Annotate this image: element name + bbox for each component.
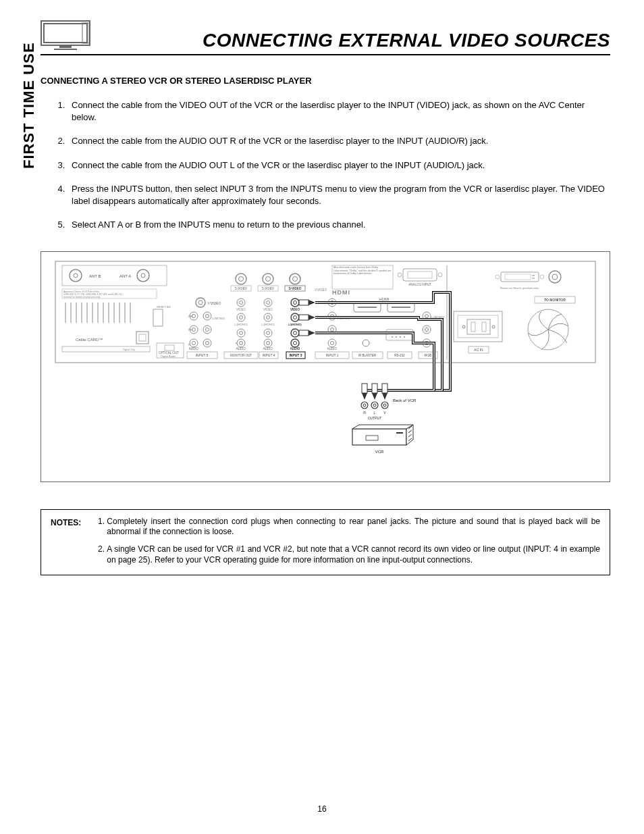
svg-point-62	[266, 276, 271, 281]
svg-point-37	[198, 301, 203, 305]
svg-point-10	[141, 273, 145, 278]
svg-text:S-VIDEO: S-VIDEO	[262, 287, 275, 290]
svg-text:AUDIO: AUDIO	[263, 347, 273, 350]
svg-rect-149	[501, 272, 539, 282]
label-vcr-r: R	[363, 411, 366, 415]
connection-diagram: ANT B ANT A Apparatus Claims of US Paten…	[41, 251, 610, 482]
label-input5: INPUT 5	[195, 353, 208, 357]
svg-point-82	[264, 298, 272, 307]
list-item: A single VCR can be used for VCR #1 and …	[107, 544, 600, 565]
svg-point-89	[267, 331, 270, 334]
svg-point-173	[361, 402, 368, 409]
label-ac-in: AC IN	[474, 348, 483, 352]
svg-point-178	[383, 404, 386, 407]
svg-text:AUDIO: AUDIO	[290, 347, 300, 350]
svg-text:L/(MONO): L/(MONO)	[261, 323, 275, 326]
svg-rect-30	[136, 332, 149, 344]
notes-label: NOTES:	[51, 517, 81, 565]
svg-point-70	[240, 301, 243, 304]
svg-rect-169	[299, 330, 308, 336]
list-item: Connect the cable from the VIDEO OUT of …	[68, 99, 610, 123]
svg-rect-125	[386, 330, 413, 340]
svg-rect-4	[82, 23, 89, 43]
svg-point-133	[400, 336, 401, 338]
svg-point-66	[293, 276, 298, 281]
svg-point-131	[392, 336, 393, 338]
page: CONNECTING EXTERNAL VIDEO SOURCES FIRST …	[0, 0, 644, 834]
label-monitorout: MONITOR OUT	[230, 354, 252, 357]
label-input4: INPUT 4	[262, 353, 275, 357]
svg-point-123	[363, 340, 369, 346]
svg-rect-161	[471, 322, 475, 332]
side-section-label: FIRST TIME USE	[20, 42, 38, 169]
svg-text:AUDIO: AUDIO	[189, 347, 199, 350]
svg-point-151	[540, 275, 544, 279]
svg-point-75	[237, 329, 245, 337]
steps-list: Connect the cable from the VIDEO OUT of …	[41, 99, 610, 231]
svg-point-141	[425, 314, 429, 317]
label-antb: ANT B	[89, 274, 101, 278]
label-input1: INPUT 1	[325, 353, 338, 357]
svg-point-150	[495, 275, 500, 279]
label-vcr-l: L	[374, 411, 376, 415]
svg-text:R: R	[188, 343, 190, 346]
svg-point-61	[263, 273, 273, 284]
header: CONNECTING EXTERNAL VIDEO SOURCES	[41, 20, 610, 55]
svg-point-47	[203, 325, 211, 334]
svg-rect-167	[299, 300, 308, 305]
label-vcr: VCR	[375, 450, 384, 454]
svg-point-132	[396, 336, 397, 338]
list-item: Press the INPUTS button, then select INP…	[68, 183, 610, 207]
svg-point-114	[331, 341, 334, 344]
svg-rect-170	[362, 384, 367, 393]
label-cablecard: Cable CARD™	[76, 338, 103, 342]
page-title: CONNECTING EXTERNAL VIDEO SOURCES	[108, 30, 610, 51]
svg-point-143	[423, 325, 431, 334]
svg-point-72	[237, 313, 245, 321]
svg-rect-179	[352, 429, 406, 445]
svg-point-156	[552, 274, 558, 280]
svg-text:Digital Only: Digital Only	[123, 348, 135, 351]
svg-point-163	[462, 325, 465, 328]
svg-text:PR: PR	[188, 328, 192, 332]
svg-point-78	[237, 339, 245, 347]
svg-point-50	[192, 341, 196, 344]
svg-text:licensed for limited viewing u: licensed for limited viewing uses only.	[63, 296, 101, 298]
list-item: Connect the cable from the AUDIO OUT L o…	[68, 159, 610, 172]
svg-point-43	[206, 314, 209, 317]
list-item: Completely insert the connection cord pl…	[107, 517, 600, 538]
svg-point-174	[363, 404, 366, 407]
svg-point-7	[70, 269, 82, 282]
label-hdmi-brand: HDMI	[332, 289, 350, 296]
svg-point-94	[291, 298, 299, 307]
svg-point-52	[203, 339, 211, 347]
svg-rect-162	[482, 322, 486, 332]
svg-point-176	[373, 404, 376, 407]
svg-point-103	[294, 341, 297, 344]
svg-point-69	[237, 298, 245, 307]
svg-rect-139	[408, 271, 432, 278]
svg-point-91	[267, 341, 270, 344]
notes-box: NOTES: Completely insert the connection …	[41, 509, 610, 575]
section-heading: CONNECTING A STEREO VCR OR STEREO LASERD…	[41, 76, 610, 86]
label-to-monitor: TO MONITOR	[544, 298, 566, 302]
svg-point-101	[294, 331, 297, 334]
svg-point-97	[291, 313, 299, 321]
svg-text:Y/VIDEO: Y/VIDEO	[315, 288, 327, 292]
svg-point-57	[236, 273, 246, 284]
svg-point-86	[267, 315, 270, 319]
page-number: 16	[0, 804, 644, 814]
svg-text:L/(MONO): L/(MONO)	[212, 317, 225, 320]
svg-point-73	[240, 315, 243, 319]
svg-point-100	[291, 329, 299, 337]
list-item: Select ANT A or B from the INPUTS menu t…	[68, 219, 610, 231]
svg-rect-136	[403, 269, 437, 281]
svg-text:AUDIO: AUDIO	[327, 347, 338, 350]
svg-rect-152	[505, 274, 531, 280]
svg-rect-172	[382, 384, 387, 393]
svg-point-134	[404, 336, 405, 338]
svg-rect-160	[467, 319, 490, 334]
svg-point-65	[290, 273, 300, 284]
svg-point-164	[492, 325, 495, 328]
list-item: Connect the cable from the AUDIO OUT R o…	[68, 135, 610, 147]
